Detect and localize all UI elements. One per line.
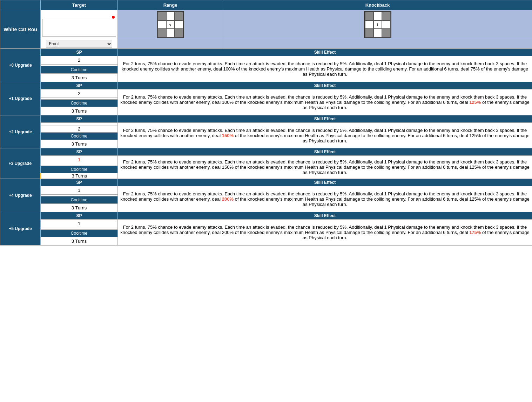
kb-r2c1 [365,21,373,28]
kb-r1c1 [365,12,373,20]
upgrade-0-sp-value-row: 2 For 2 turns, 75% chance to evade enemy… [0,56,532,65]
upgrade-5-cooltime-value: 3 Turns [41,237,118,246]
upgrade-3-sp-label: SP [41,148,118,156]
target-box [42,19,116,36]
upgrade-3-label: +3 Upgrade [0,148,41,179]
upgrade-2-sp-value-row: For 2 turns, 75% chance to evade enemy a… [0,123,532,126]
upgrade-0-desc: For 2 turns, 75% chance to evade enemy a… [118,56,532,82]
upgrade-2-sp-value2: 2 [41,126,118,133]
upgrade-0-label: +0 Upgrade [0,49,41,82]
upgrade-5-sp-value: 1 [41,220,118,228]
upgrade-2-cooltime-label: Cooltime [41,133,118,140]
upgrade-4-sp-value: 1 [41,186,118,195]
upgrade-4-desc: For 2 turns, 75% chance to evade enemy a… [118,186,532,212]
upgrade-4-sp-header: +4 Upgrade SP Skill Effect [0,179,532,186]
upgrade-0-sp-header: +0 Upgrade SP Skill Effect [0,49,532,56]
upgrade-2-skill-effect-label: Skill Effect [118,115,532,123]
range-r3c3 [175,29,183,37]
upgrade-3-desc: For 2 turns, 75% chance to evade enemy a… [118,156,532,179]
upgrade-2-sp-label: SP [41,115,118,123]
upgrade-5-highlight: 175% [469,230,481,235]
kb-r3c3 [382,29,390,37]
upgrade-3-cooltime-label: Cooltime [41,166,118,173]
upgrade-5-skill-effect-label: Skill Effect [118,212,532,220]
upgrade-0-cooltime-label: Cooltime [41,66,118,74]
range-r2c2-center: v [167,21,174,28]
range-r3c2 [167,29,174,37]
header-knockback: Knockback [223,0,532,10]
range-r1c3 [175,12,183,20]
upgrade-2-label: +2 Upgrade [0,115,41,148]
range-r2c3 [175,21,183,28]
upgrade-4-sp-label: SP [41,179,118,186]
upgrade-1-label: +1 Upgrade [0,82,41,115]
kb-r2c2-center: t [374,21,382,28]
range-r2c1 [158,21,166,28]
upgrade-0-skill-effect-label: Skill Effect [118,49,532,56]
range-r3c1 [158,29,166,37]
kb-r1c2 [374,12,382,20]
upgrade-1-sp-value-row: 2 For 2 turns, 75% chance to evade enemy… [0,89,532,98]
target-select[interactable]: Front [46,40,113,48]
upgrade-1-sp-value: 2 [41,89,118,98]
range-r1c2 [167,12,174,20]
header-empty [0,0,41,10]
kb-r2c3 [382,21,390,28]
upgrade-1-desc: For 2 turns, 75% chance to evade enemy a… [118,89,532,115]
upgrade-1-skill-effect-label: Skill Effect [118,82,532,89]
upgrade-4-cooltime-value: 3 Turns [41,204,118,212]
upgrade-2-desc: For 2 turns, 75% chance to evade enemy a… [118,123,532,148]
knockback-visual-cell: t [223,10,532,39]
kb-bottom [223,39,532,49]
upgrade-5-cooltime-label: Cooltime [41,230,118,237]
upgrade-4-skill-effect-label: Skill Effect [118,179,532,186]
kb-r1c3 [382,12,390,20]
kb-r3c2 [374,29,382,37]
header-range: Range [118,0,223,10]
upgrade-3-sp-value-row: 1 For 2 turns, 75% chance to evade enemy… [0,156,532,164]
upgrade-3-sp-header: +3 Upgrade SP Skill Effect [0,148,532,156]
upgrade-1-sp-header: +1 Upgrade SP Skill Effect [0,82,532,89]
upgrade-2-cooltime-value: 3 Turns [41,140,118,148]
upgrade-0-sp-value: 2 [41,56,118,65]
upgrade-5-label: +5 Upgrade [0,212,41,246]
upgrade-5-desc: For 2 turns, 75% chance to evade enemy a… [118,220,532,246]
header-row: Target Range Knockback [0,0,532,10]
upgrade-4-sp-value-row: 1 For 2 turns, 75% chance to evade enemy… [0,186,532,195]
kb-r3c1 [365,29,373,37]
target-area [41,10,118,39]
range-bottom [118,39,223,49]
range-r1c1 [158,12,166,20]
upgrade-1-cooltime-label: Cooltime [41,100,118,107]
upgrade-2-sp-value [41,123,118,126]
upgrade-3-sp-value: 1 [41,156,118,164]
range-grid: v [157,11,184,38]
upgrade-2-highlight: 150% [222,133,234,138]
upgrade-0-sp-label: SP [41,49,118,56]
target-dropdown-cell[interactable]: Front [41,39,118,49]
upgrade-0-cooltime-value: 3 Turns [41,74,118,82]
upgrade-4-highlight: 200% [222,196,234,202]
main-table: Target Range Knockback White Cat Rou [0,0,532,246]
upgrade-1-cooltime-value: 3 Turns [41,107,118,115]
upgrade-1-sp-label: SP [41,82,118,89]
upgrade-4-cooltime-label: Cooltime [41,196,118,204]
upgrade-3-skill-effect-label: Skill Effect [118,148,532,156]
upgrade-5-sp-value-row: 1 For 2 turns, 75% chance to evade enemy… [0,220,532,228]
upgrade-3-cooltime-value: 3 Turns [41,173,118,179]
upgrade-2-sp-header: +2 Upgrade SP Skill Effect [0,115,532,123]
range-visual-cell: v [118,10,223,39]
front-dropdown-row: Front [0,39,532,49]
knockback-grid: t [364,11,391,38]
upgrade-5-sp-header: +5 Upgrade SP Skill Effect [0,212,532,220]
top-visual-row: White Cat Rou v [0,10,532,39]
upgrade-4-label: +4 Upgrade [0,179,41,212]
header-target: Target [41,0,118,10]
hero-name-cell: White Cat Rou [0,10,41,49]
upgrade-1-highlight: 125% [469,100,481,105]
upgrade-5-sp-label: SP [41,212,118,220]
